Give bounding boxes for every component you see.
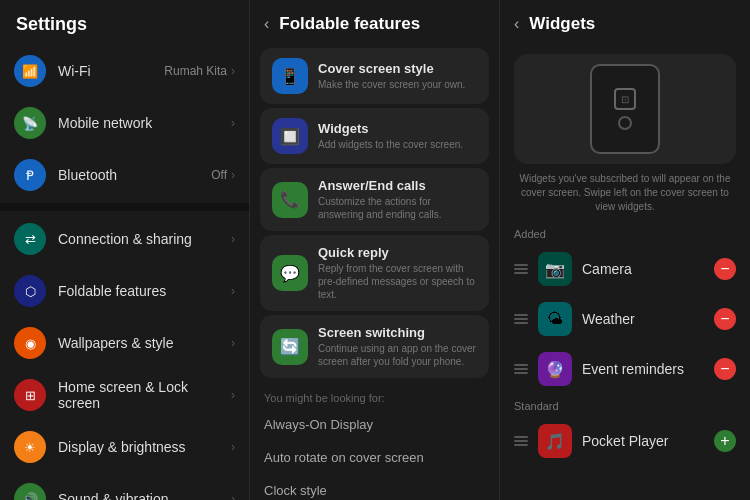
added-widget-camera: 📷Camera− — [500, 244, 750, 294]
wifi-label: Wi-Fi — [58, 63, 164, 79]
event-reminders-remove-button[interactable]: − — [714, 358, 736, 380]
widgets-panel: ‹ Widgets ⊡ Widgets you've subscribed to… — [500, 0, 750, 500]
added-widgets-list: 📷Camera−🌤Weather−🔮Event reminders− — [500, 244, 750, 394]
feature-card-screen-switching[interactable]: 🔄Screen switchingContinue using an app o… — [260, 315, 489, 378]
settings-item-connection-sharing[interactable]: ⇄Connection & sharing› — [0, 213, 249, 265]
foldable-features-icon: ⬡ — [14, 275, 46, 307]
settings-item-wallpapers-style[interactable]: ◉Wallpapers & style› — [0, 317, 249, 369]
answer-end-calls-desc: Customize the actions for answering and … — [318, 195, 477, 221]
cover-screen-style-title: Cover screen style — [318, 61, 465, 76]
suggestion-item[interactable]: Always-On Display — [250, 408, 499, 441]
feature-card-cover-screen-style[interactable]: 📱Cover screen styleMake the cover screen… — [260, 48, 489, 104]
preview-caption: Widgets you've subscribed to will appear… — [500, 172, 750, 222]
pocket-player-widget-icon: 🎵 — [538, 424, 572, 458]
chevron-right-icon: › — [231, 440, 235, 454]
home-lock-icon: ⊞ — [14, 379, 46, 411]
settings-item-wifi[interactable]: 📶Wi-FiRumah Kita› — [0, 45, 249, 97]
suggestion-item[interactable]: Auto rotate on cover screen — [250, 441, 499, 474]
suggestion-label: You might be looking for: — [250, 382, 499, 408]
wifi-value: Rumah Kita — [164, 64, 227, 78]
chevron-right-icon: › — [231, 232, 235, 246]
widgets-title: Widgets — [318, 121, 463, 136]
widgets-desc: Add widgets to the cover screen. — [318, 138, 463, 151]
standard-widget-pocket-player: 🎵Pocket Player+ — [500, 416, 750, 466]
wallpapers-style-icon: ◉ — [14, 327, 46, 359]
event-reminders-widget-name: Event reminders — [582, 361, 704, 377]
answer-end-calls-icon: 📞 — [272, 182, 308, 218]
mid-panel-title: Foldable features — [279, 14, 420, 34]
chevron-right-icon: › — [231, 64, 235, 78]
settings-panel: Settings 📶Wi-FiRumah Kita›📡Mobile networ… — [0, 0, 250, 500]
camera-widget-icon: 📷 — [538, 252, 572, 286]
standard-section-label: Standard — [500, 394, 750, 416]
settings-item-display[interactable]: ☀Display & brightness› — [0, 421, 249, 473]
suggestions-list: Always-On DisplayAuto rotate on cover sc… — [250, 408, 499, 500]
connection-sharing-icon: ⇄ — [14, 223, 46, 255]
mid-header: ‹ Foldable features — [250, 0, 499, 44]
right-scroll-area: ⊡ Widgets you've subscribed to will appe… — [500, 44, 750, 500]
settings-item-bluetooth[interactable]: ⱣBluetoothOff› — [0, 149, 249, 201]
widgets-icon: 🔲 — [272, 118, 308, 154]
pocket-player-add-button[interactable]: + — [714, 430, 736, 452]
feature-card-quick-reply[interactable]: 💬Quick replyReply from the cover screen … — [260, 235, 489, 311]
added-widget-weather: 🌤Weather− — [500, 294, 750, 344]
standard-widgets-list: 🎵Pocket Player+ — [500, 416, 750, 466]
weather-remove-button[interactable]: − — [714, 308, 736, 330]
mobile-network-icon: 📡 — [14, 107, 46, 139]
drag-handle-icon[interactable] — [514, 436, 528, 446]
cover-screen-style-icon: 📱 — [272, 58, 308, 94]
camera-widget-name: Camera — [582, 261, 704, 277]
added-widget-event-reminders: 🔮Event reminders− — [500, 344, 750, 394]
chevron-right-icon: › — [231, 284, 235, 298]
event-reminders-widget-icon: 🔮 — [538, 352, 572, 386]
connection-sharing-label: Connection & sharing — [58, 231, 231, 247]
display-label: Display & brightness — [58, 439, 231, 455]
suggestion-item[interactable]: Clock style — [250, 474, 499, 500]
quick-reply-title: Quick reply — [318, 245, 477, 260]
quick-reply-icon: 💬 — [272, 255, 308, 291]
weather-widget-name: Weather — [582, 311, 704, 327]
feature-card-answer-end-calls[interactable]: 📞Answer/End callsCustomize the actions f… — [260, 168, 489, 231]
mobile-network-label: Mobile network — [58, 115, 231, 131]
right-panel-title: Widgets — [529, 14, 595, 34]
screen-switching-title: Screen switching — [318, 325, 477, 340]
wifi-icon: 📶 — [14, 55, 46, 87]
weather-widget-icon: 🌤 — [538, 302, 572, 336]
foldable-features-panel: ‹ Foldable features 📱Cover screen styleM… — [250, 0, 500, 500]
home-lock-label: Home screen & Lock screen — [58, 379, 231, 411]
camera-frame-icon: ⊡ — [614, 88, 636, 110]
back-arrow-icon[interactable]: ‹ — [264, 15, 269, 33]
feature-card-widgets[interactable]: 🔲WidgetsAdd widgets to the cover screen. — [260, 108, 489, 164]
chevron-right-icon: › — [231, 336, 235, 350]
bluetooth-label: Bluetooth — [58, 167, 211, 183]
settings-item-sound[interactable]: 🔊Sound & vibration› — [0, 473, 249, 500]
quick-reply-desc: Reply from the cover screen with pre-def… — [318, 262, 477, 301]
bluetooth-icon: Ᵽ — [14, 159, 46, 191]
added-section-label: Added — [500, 222, 750, 244]
chevron-right-icon: › — [231, 116, 235, 130]
sound-label: Sound & vibration — [58, 491, 231, 500]
settings-item-mobile-network[interactable]: 📡Mobile network› — [0, 97, 249, 149]
settings-item-foldable-features[interactable]: ⬡Foldable features› — [0, 265, 249, 317]
cover-screen-style-desc: Make the cover screen your own. — [318, 78, 465, 91]
drag-handle-icon[interactable] — [514, 264, 528, 274]
phone-lens-icon — [618, 116, 632, 130]
camera-remove-button[interactable]: − — [714, 258, 736, 280]
settings-list: 📶Wi-FiRumah Kita›📡Mobile network›ⱣBlueto… — [0, 45, 249, 500]
settings-title: Settings — [0, 0, 249, 45]
feature-list: 📱Cover screen styleMake the cover screen… — [250, 48, 499, 378]
pocket-player-widget-name: Pocket Player — [582, 433, 704, 449]
chevron-right-icon: › — [231, 168, 235, 182]
sound-icon: 🔊 — [14, 483, 46, 500]
bluetooth-value: Off — [211, 168, 227, 182]
drag-handle-icon[interactable] — [514, 314, 528, 324]
drag-handle-icon[interactable] — [514, 364, 528, 374]
phone-outline: ⊡ — [590, 64, 660, 154]
mid-scroll-area: 📱Cover screen styleMake the cover screen… — [250, 44, 499, 500]
back-arrow-icon-right[interactable]: ‹ — [514, 15, 519, 33]
foldable-features-label: Foldable features — [58, 283, 231, 299]
chevron-right-icon: › — [231, 492, 235, 500]
screen-switching-icon: 🔄 — [272, 329, 308, 365]
settings-item-home-lock[interactable]: ⊞Home screen & Lock screen› — [0, 369, 249, 421]
right-header: ‹ Widgets — [500, 0, 750, 44]
